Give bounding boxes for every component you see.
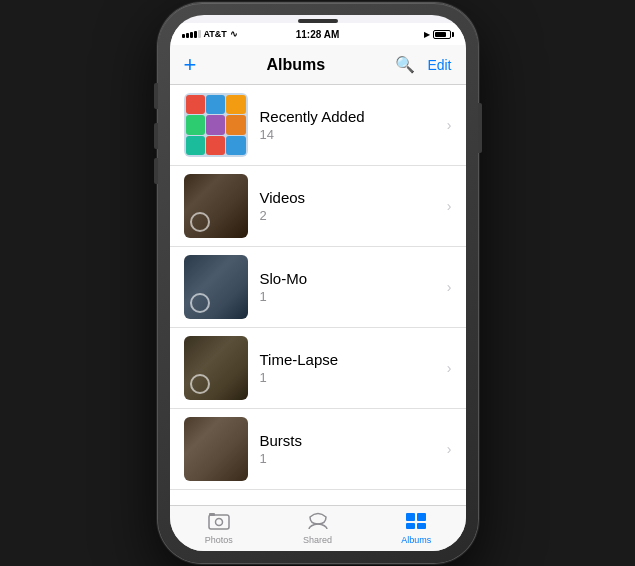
icon-cell (186, 136, 205, 155)
list-item[interactable]: Slo-Mo 1 › (170, 247, 466, 328)
nav-title: Albums (267, 56, 326, 74)
battery-icon (433, 30, 454, 39)
svg-point-2 (215, 519, 222, 526)
album-info: Recently Added 14 (260, 108, 441, 142)
edit-button[interactable]: Edit (427, 57, 451, 73)
svg-rect-5 (406, 523, 415, 529)
add-button[interactable]: + (184, 54, 197, 76)
album-info: Videos 2 (260, 189, 441, 223)
album-thumbnail (184, 255, 248, 319)
status-left: AT&T ∿ (182, 29, 238, 39)
svg-rect-0 (209, 515, 229, 529)
album-list: Recently Added 14 › Videos 2 › Slo-Mo (170, 85, 466, 505)
svg-rect-1 (209, 513, 215, 516)
tab-photos-label: Photos (205, 535, 233, 545)
volume-up-button[interactable] (154, 123, 158, 149)
album-thumbnail (184, 417, 248, 481)
album-name: Slo-Mo (260, 270, 441, 287)
album-name: Time-Lapse (260, 351, 441, 368)
album-info: Slo-Mo 1 (260, 270, 441, 304)
chevron-right-icon: › (447, 360, 452, 376)
status-bar: AT&T ∿ 11:28 AM ▶ (170, 23, 466, 45)
phone-screen: AT&T ∿ 11:28 AM ▶ + Albums 🔍 Edit (170, 15, 466, 551)
navigation-bar: + Albums 🔍 Edit (170, 45, 466, 85)
list-item[interactable]: Time-Lapse 1 › (170, 328, 466, 409)
carrier-label: AT&T (204, 29, 227, 39)
album-count: 1 (260, 370, 441, 385)
tab-bar: Photos Shared (170, 505, 466, 551)
search-button[interactable]: 🔍 (395, 55, 415, 74)
album-count: 1 (260, 451, 441, 466)
chevron-right-icon: › (447, 441, 452, 457)
svg-rect-4 (417, 513, 426, 521)
list-item[interactable]: Bursts 1 › (170, 409, 466, 490)
status-time: 11:28 AM (296, 29, 340, 40)
tab-shared-label: Shared (303, 535, 332, 545)
tab-albums-label: Albums (401, 535, 431, 545)
album-name: Bursts (260, 432, 441, 449)
album-thumbnail (184, 93, 248, 157)
tab-albums[interactable]: Albums (367, 512, 466, 545)
wifi-icon: ∿ (230, 29, 238, 39)
icon-cell (186, 95, 205, 114)
album-info: Time-Lapse 1 (260, 351, 441, 385)
status-right: ▶ (424, 30, 454, 39)
album-name: Videos (260, 189, 441, 206)
phone-frame: AT&T ∿ 11:28 AM ▶ + Albums 🔍 Edit (158, 3, 478, 563)
album-thumbnail (184, 174, 248, 238)
photos-icon (208, 512, 230, 533)
chevron-right-icon: › (447, 117, 452, 133)
chevron-right-icon: › (447, 198, 452, 214)
signal-icon (182, 30, 201, 38)
albums-icon (405, 512, 427, 533)
icon-cell (206, 95, 225, 114)
icon-cell (206, 115, 225, 134)
icon-cell (226, 95, 245, 114)
chevron-right-icon: › (447, 279, 452, 295)
svg-rect-3 (406, 513, 415, 521)
icon-cell (186, 115, 205, 134)
album-count: 14 (260, 127, 441, 142)
location-icon: ▶ (424, 30, 430, 39)
nav-actions: 🔍 Edit (395, 55, 451, 74)
list-item[interactable]: Videos 2 › (170, 166, 466, 247)
icon-cell (206, 136, 225, 155)
album-info: Bursts 1 (260, 432, 441, 466)
album-count: 1 (260, 289, 441, 304)
icon-cell (226, 115, 245, 134)
album-name: Recently Added (260, 108, 441, 125)
album-thumbnail (184, 336, 248, 400)
icon-cell (226, 136, 245, 155)
volume-down-button[interactable] (154, 158, 158, 184)
shared-icon (307, 512, 329, 533)
album-count: 2 (260, 208, 441, 223)
svg-rect-6 (417, 523, 426, 529)
tab-shared[interactable]: Shared (268, 512, 367, 545)
list-item[interactable]: Recently Added 14 › (170, 85, 466, 166)
tab-photos[interactable]: Photos (170, 512, 269, 545)
